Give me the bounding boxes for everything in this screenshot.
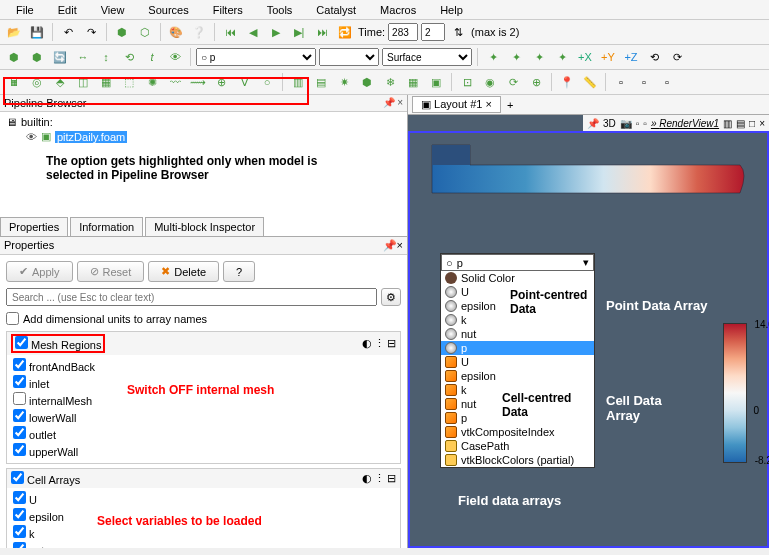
disconnect-icon[interactable]: ⬡ <box>135 22 155 42</box>
array-checkbox[interactable] <box>13 491 26 504</box>
render-icon[interactable]: ▫ <box>636 118 640 129</box>
add-units-checkbox[interactable] <box>6 312 19 325</box>
pin-icon[interactable]: 📌 <box>587 118 599 129</box>
maximize-icon[interactable]: □ <box>749 118 755 129</box>
group-icon[interactable]: ⊟ <box>387 337 396 350</box>
help-button[interactable]: ? <box>223 261 255 282</box>
undo-icon[interactable]: ↶ <box>58 22 78 42</box>
color-legend[interactable]: 14.073 0 -8.201 p <box>723 323 747 463</box>
tab-information[interactable]: Information <box>70 217 143 236</box>
menu-filters[interactable]: Filters <box>201 4 255 16</box>
reset-button[interactable]: ⊘Reset <box>77 261 145 282</box>
representation-combo[interactable]: Surface <box>382 48 472 66</box>
region-checkbox-internal[interactable] <box>13 392 26 405</box>
misc-icon[interactable]: ▫ <box>657 72 677 92</box>
menu-tools[interactable]: Tools <box>255 4 305 16</box>
prev-frame-icon[interactable]: ◀ <box>243 22 263 42</box>
menu-macros[interactable]: Macros <box>368 4 428 16</box>
search-input[interactable] <box>6 288 377 306</box>
grad-icon[interactable]: ∇ <box>234 72 254 92</box>
tb2-icon[interactable]: ⟲ <box>119 47 139 67</box>
redo-icon[interactable]: ↷ <box>81 22 101 42</box>
tb2-icon[interactable]: ⬢ <box>27 47 47 67</box>
camera-icon[interactable]: 📷 <box>620 118 632 129</box>
menu-sources[interactable]: Sources <box>136 4 200 16</box>
axis-x-icon[interactable]: +X <box>575 47 595 67</box>
filter-icon[interactable]: ○ <box>257 72 277 92</box>
next-frame-icon[interactable]: ▶| <box>289 22 309 42</box>
group-icon[interactable]: ⊕ <box>211 72 231 92</box>
view-icon[interactable]: ▦ <box>403 72 423 92</box>
pipeline-source-selected[interactable]: pitzDaily.foam <box>55 131 127 143</box>
misc-icon[interactable]: ▫ <box>634 72 654 92</box>
time-spinner-icon[interactable]: ⇅ <box>448 22 468 42</box>
stream-icon[interactable]: 〰 <box>165 72 185 92</box>
extract-icon[interactable]: ⬚ <box>119 72 139 92</box>
first-frame-icon[interactable]: ⏮ <box>220 22 240 42</box>
array-checkbox[interactable] <box>13 508 26 521</box>
region-checkbox[interactable] <box>13 375 26 388</box>
rot-icon[interactable]: ⟲ <box>644 47 664 67</box>
split-v-icon[interactable]: ▤ <box>736 118 745 129</box>
group-icon[interactable]: ⋮ <box>374 472 385 485</box>
region-checkbox[interactable] <box>13 358 26 371</box>
clip-icon[interactable]: ⬘ <box>50 72 70 92</box>
menu-catalyst[interactable]: Catalyst <box>304 4 368 16</box>
group-icon[interactable]: ⋮ <box>374 337 385 350</box>
group-icon[interactable]: ◐ <box>362 472 372 485</box>
render-icon[interactable]: ▫ <box>643 118 647 129</box>
cell-arrays-master-checkbox[interactable] <box>11 471 24 484</box>
open-icon[interactable]: 📂 <box>4 22 24 42</box>
close-icon[interactable]: × <box>397 239 403 251</box>
view-icon[interactable]: ▤ <box>311 72 331 92</box>
view-icon[interactable]: ▣ <box>426 72 446 92</box>
color-component-combo[interactable] <box>319 48 379 66</box>
cam-icon[interactable]: ✦ <box>552 47 572 67</box>
array-checkbox[interactable] <box>13 525 26 538</box>
advanced-toggle-icon[interactable]: ⚙ <box>381 288 401 306</box>
tb2-icon[interactable]: ↔ <box>73 47 93 67</box>
delete-button[interactable]: ✖Delete <box>148 261 219 282</box>
mesh-regions-master-checkbox[interactable] <box>15 336 28 349</box>
tb2-icon[interactable]: ⬢ <box>4 47 24 67</box>
color-array-dropdown[interactable]: ○ p▾ Solid Color U epsilon k nut p U eps… <box>440 253 595 468</box>
group-icon[interactable]: ⊟ <box>387 472 396 485</box>
sel-icon[interactable]: ⊡ <box>457 72 477 92</box>
pin-icon[interactable]: 📌 <box>383 97 395 109</box>
array-checkbox[interactable] <box>13 542 26 548</box>
axis-z-icon[interactable]: +Z <box>621 47 641 67</box>
axis-y-icon[interactable]: +Y <box>598 47 618 67</box>
misc-icon[interactable]: ▫ <box>611 72 631 92</box>
tb2-icon[interactable]: ↕ <box>96 47 116 67</box>
loop-icon[interactable]: 🔁 <box>335 22 355 42</box>
last-frame-icon[interactable]: ⏭ <box>312 22 332 42</box>
view-icon[interactable]: ▥ <box>288 72 308 92</box>
time-step-input[interactable] <box>421 23 445 41</box>
menu-edit[interactable]: Edit <box>46 4 89 16</box>
region-checkbox[interactable] <box>13 443 26 456</box>
pin-icon[interactable]: 📌 <box>383 239 397 251</box>
rot-icon[interactable]: ⟳ <box>667 47 687 67</box>
region-checkbox[interactable] <box>13 409 26 422</box>
tb2-icon[interactable]: t <box>142 47 162 67</box>
play-icon[interactable]: ▶ <box>266 22 286 42</box>
visibility-eye-icon[interactable] <box>26 131 37 143</box>
split-h-icon[interactable]: ▥ <box>723 118 732 129</box>
save-icon[interactable]: 💾 <box>27 22 47 42</box>
tb2-icon[interactable]: 🔄 <box>50 47 70 67</box>
close-view-icon[interactable]: × <box>759 118 765 129</box>
tab-multiblock[interactable]: Multi-block Inspector <box>145 217 264 236</box>
warp-icon[interactable]: ⟿ <box>188 72 208 92</box>
cam-icon[interactable]: ✦ <box>529 47 549 67</box>
cam-icon[interactable]: ✦ <box>506 47 526 67</box>
group-icon[interactable]: ◐ <box>362 337 372 350</box>
probe-icon[interactable]: 📍 <box>557 72 577 92</box>
palette-icon[interactable]: 🎨 <box>166 22 186 42</box>
slice-icon[interactable]: ◫ <box>73 72 93 92</box>
sel-icon[interactable]: ◉ <box>480 72 500 92</box>
menu-file[interactable]: File <box>4 4 46 16</box>
view-icon[interactable]: ⬢ <box>357 72 377 92</box>
threshold-icon[interactable]: ▦ <box>96 72 116 92</box>
glyph-icon[interactable]: ✺ <box>142 72 162 92</box>
help-icon[interactable]: ❔ <box>189 22 209 42</box>
